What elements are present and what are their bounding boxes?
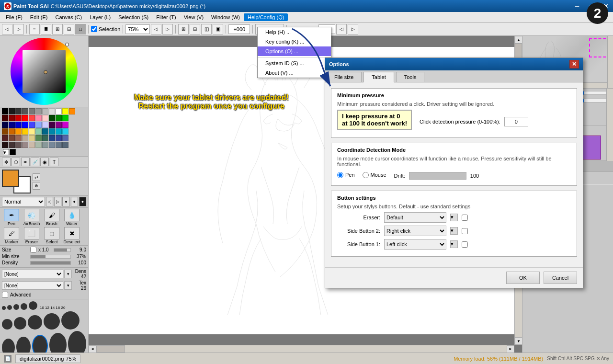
swatch[interactable] (49, 122, 55, 128)
blend1-expand[interactable]: ▾ (64, 270, 72, 278)
swatch[interactable] (22, 128, 28, 135)
brush-size-14[interactable] (13, 304, 19, 310)
reset-colors-btn[interactable]: ⊗ (33, 182, 40, 190)
swatch-arrow-btn2[interactable] (10, 149, 16, 155)
swatch[interactable] (62, 135, 68, 141)
brush-size-40[interactable] (44, 313, 60, 330)
swatch[interactable] (49, 108, 55, 114)
swatch[interactable] (35, 135, 42, 141)
swatch[interactable] (22, 122, 28, 128)
blend2-expand[interactable]: ▾ (64, 281, 72, 290)
toolbar-view-btn-1[interactable]: ⊞ (178, 24, 189, 34)
options-cancel-btn[interactable]: Cancel (544, 272, 577, 284)
swatch[interactable] (22, 135, 28, 141)
brush-size-50[interactable] (61, 311, 79, 330)
blend2-select[interactable]: [None] (2, 281, 63, 290)
toolbar-btn-4[interactable]: ≣ (41, 24, 51, 34)
sidebutton2-check[interactable] (462, 228, 468, 234)
tool-pen-btn[interactable]: ✒ Pen (2, 209, 21, 226)
tool-pen[interactable]: ✒ (21, 158, 30, 166)
swatch[interactable] (22, 142, 28, 148)
foreground-color-swatch[interactable] (2, 170, 19, 187)
swatch-arrow-btn[interactable]: ▾ (3, 149, 9, 155)
swatch[interactable] (35, 122, 42, 128)
menu-view[interactable]: View (V) (180, 13, 207, 21)
menu-selection[interactable]: Selection (S) (114, 13, 152, 21)
smoothing-inc[interactable]: ▷ (348, 24, 358, 34)
blend-mode-dark[interactable]: ● (79, 197, 86, 206)
swatch[interactable] (15, 135, 22, 141)
menu-layer[interactable]: Layer (L) (86, 13, 114, 21)
swatch[interactable] (42, 142, 48, 148)
brush-size-35[interactable] (28, 315, 42, 330)
swatch[interactable] (2, 122, 8, 128)
swatch[interactable] (2, 108, 8, 114)
swatch[interactable] (2, 128, 8, 135)
tool-eraser-btn[interactable]: ⬜ Eraser (22, 227, 41, 244)
swatch[interactable] (9, 135, 15, 141)
hscroll-track[interactable] (96, 345, 507, 353)
swatch[interactable] (15, 128, 22, 135)
radio-pen-input[interactable] (337, 172, 343, 178)
brush-size-60[interactable] (2, 339, 15, 353)
swatch[interactable] (22, 115, 28, 121)
menu-window[interactable]: Window (W) (207, 13, 244, 21)
brush-size-25[interactable] (2, 319, 12, 330)
toolbar-btn-6[interactable]: ⊟ (64, 24, 74, 34)
swatch[interactable] (56, 115, 62, 121)
menu-edit[interactable]: Edit (E) (26, 13, 52, 21)
zoom-btn-1[interactable]: ◁ (151, 24, 161, 34)
swatch[interactable] (15, 115, 22, 121)
swatch[interactable] (35, 142, 42, 148)
minsize-track[interactable] (30, 255, 71, 259)
tool-lasso[interactable]: ⬡ (11, 158, 20, 166)
swatch[interactable] (35, 108, 42, 114)
options-tab-tools[interactable]: Tools (396, 72, 425, 82)
options-tab-tablet[interactable]: Tablet (363, 72, 394, 82)
zoom-btn-2[interactable]: ▷ (162, 24, 173, 34)
dropdown-about[interactable]: About (V) ... (258, 68, 331, 78)
blend-mode-prev[interactable]: ◁ (46, 197, 53, 206)
swatch[interactable] (9, 108, 15, 114)
toolbar-view-btn-2[interactable]: ⊟ (190, 24, 200, 34)
swatch[interactable] (29, 115, 35, 121)
hscroll-left[interactable]: ◄ (89, 345, 96, 353)
blend-mode-select[interactable]: Normal Multiply Screen (2, 197, 45, 206)
toolbar-btn-5[interactable]: ⊞ (52, 24, 63, 34)
swatch[interactable] (42, 108, 48, 114)
sidebutton1-select[interactable]: Left click Right click Default (384, 239, 446, 250)
brush-size-10[interactable] (2, 306, 6, 310)
blend1-select[interactable]: [None] (2, 270, 63, 278)
radio-mouse-input[interactable] (363, 172, 369, 178)
swatch[interactable] (9, 142, 15, 148)
minimize-button[interactable]: ─ (570, 0, 584, 12)
tool-airbrush-btn[interactable]: 💨 AirBrush (22, 209, 41, 226)
tool-water-btn[interactable]: 💧 Water (62, 209, 81, 226)
swatch[interactable] (9, 128, 15, 135)
hscroll-thumb[interactable] (96, 345, 125, 353)
hscroll-right[interactable]: ► (507, 345, 514, 353)
density-track[interactable] (30, 261, 71, 265)
smoothing-dec[interactable]: ◁ (336, 24, 347, 34)
brush-size-100[interactable] (49, 333, 66, 353)
status-tab[interactable]: digitalizar0002.png 75% (15, 354, 80, 363)
swatch[interactable] (35, 115, 42, 121)
color-wheel[interactable] (11, 38, 78, 105)
swap-colors-btn[interactable]: ⇄ (33, 173, 40, 181)
swatch[interactable] (69, 108, 75, 114)
brush-size-20[interactable] (29, 301, 37, 310)
blend-mode-dots1[interactable]: ● (62, 197, 69, 206)
menu-file[interactable]: File (F) (2, 13, 26, 21)
swatch[interactable] (9, 122, 15, 128)
swatch[interactable] (62, 115, 68, 121)
brush-size-16[interactable] (21, 303, 27, 310)
tool-fill[interactable]: ◉ (40, 158, 49, 166)
menu-canvas[interactable]: Canvas (C) (52, 13, 86, 21)
swatch[interactable] (29, 108, 35, 114)
brush-size-80[interactable] (32, 335, 48, 353)
dropdown-keyconfig[interactable]: Key config (K) ... (258, 37, 331, 46)
sidebutton2-dropdown-btn[interactable]: ▾ (450, 227, 458, 235)
swatch[interactable] (62, 122, 68, 128)
swatch[interactable] (49, 128, 55, 135)
menu-filter[interactable]: Filter (T) (152, 13, 180, 21)
